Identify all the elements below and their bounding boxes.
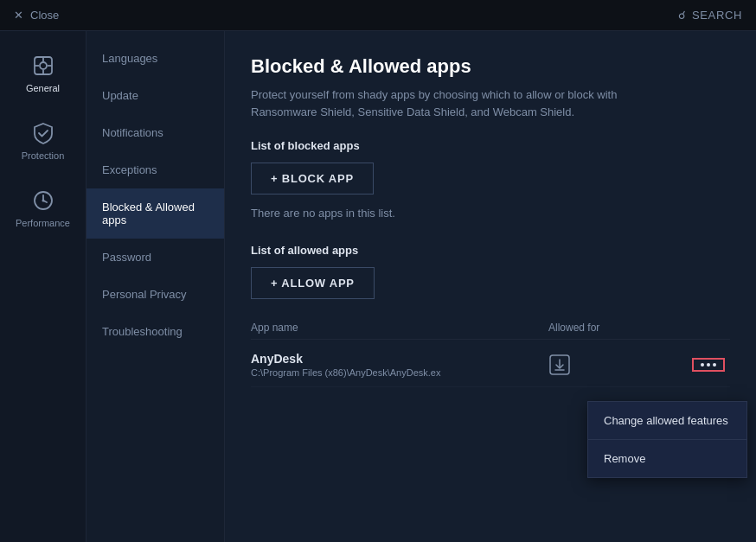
search-button[interactable]: ☌ SEARCH	[678, 9, 742, 22]
search-icon: ☌	[678, 9, 687, 22]
blocked-section-label: List of blocked apps	[251, 139, 730, 152]
app-allowed-icon	[548, 354, 687, 376]
col-header-app-name: App name	[251, 322, 548, 334]
sidebar-nav: Languages Update Notifications Exception…	[86, 31, 225, 542]
general-icon	[31, 54, 55, 78]
close-button[interactable]: ✕ Close	[14, 9, 59, 22]
close-icon: ✕	[14, 9, 23, 22]
nav-item-exceptions[interactable]: Exceptions	[86, 151, 224, 188]
sidebar-item-protection[interactable]: Protection	[0, 107, 86, 175]
main-layout: General Protection Performance Languages…	[0, 31, 756, 542]
close-label: Close	[30, 9, 59, 22]
general-label: General	[26, 83, 60, 93]
dot-2	[707, 363, 710, 367]
dot-3	[713, 363, 716, 367]
table-header: App name Allowed for	[251, 316, 730, 340]
sidebar-item-performance[interactable]: Performance	[0, 175, 86, 242]
nav-item-troubleshooting[interactable]: Troubleshooting	[86, 313, 224, 350]
app-menu-button[interactable]: Change allowed features Remove	[687, 358, 730, 372]
allow-app-button[interactable]: + ALLOW APP	[251, 267, 375, 299]
protection-icon	[31, 121, 55, 145]
app-path: C:\Program Files (x86)\AnyDesk\AnyDesk.e…	[251, 367, 548, 378]
search-label: SEARCH	[692, 9, 742, 22]
dropdown-item-change-allowed[interactable]: Change allowed features	[588, 402, 746, 440]
app-name: AnyDesk	[251, 352, 548, 366]
sidebar-item-general[interactable]: General	[0, 40, 86, 107]
app-table: App name Allowed for AnyDesk C:\Program …	[251, 316, 730, 387]
main-content: Blocked & Allowed apps Protect yourself …	[225, 31, 756, 542]
empty-blocked-text: There are no apps in this list.	[251, 207, 730, 220]
titlebar: ✕ Close ☌ SEARCH	[0, 0, 756, 31]
table-row: AnyDesk C:\Program Files (x86)\AnyDesk\A…	[251, 343, 730, 387]
nav-item-languages[interactable]: Languages	[86, 40, 224, 77]
block-app-button[interactable]: + BLOCK APP	[251, 163, 374, 194]
nav-item-notifications[interactable]: Notifications	[86, 114, 224, 151]
page-title: Blocked & Allowed apps	[251, 55, 730, 78]
col-header-actions	[687, 322, 730, 334]
performance-icon	[31, 188, 55, 213]
nav-item-personal-privacy[interactable]: Personal Privacy	[86, 276, 224, 313]
three-dots-button[interactable]	[692, 358, 725, 372]
nav-item-password[interactable]: Password	[86, 239, 224, 276]
allowed-for-icon	[548, 354, 571, 376]
dropdown-item-remove[interactable]: Remove	[588, 440, 746, 477]
page-description: Protect yourself from shady apps by choo…	[251, 86, 649, 120]
app-info: AnyDesk C:\Program Files (x86)\AnyDesk\A…	[251, 352, 548, 378]
performance-label: Performance	[16, 218, 70, 228]
allowed-section-label: List of allowed apps	[251, 244, 730, 257]
protection-label: Protection	[22, 150, 65, 161]
col-header-allowed-for: Allowed for	[548, 322, 687, 334]
nav-item-update[interactable]: Update	[86, 77, 224, 114]
nav-item-blocked-allowed[interactable]: Blocked & Allowed apps	[86, 188, 224, 239]
sidebar-icons: General Protection Performance	[0, 31, 86, 542]
dot-1	[701, 363, 704, 367]
svg-point-1	[40, 62, 47, 69]
svg-point-7	[42, 200, 44, 202]
dropdown-menu: Change allowed features Remove	[587, 401, 747, 478]
